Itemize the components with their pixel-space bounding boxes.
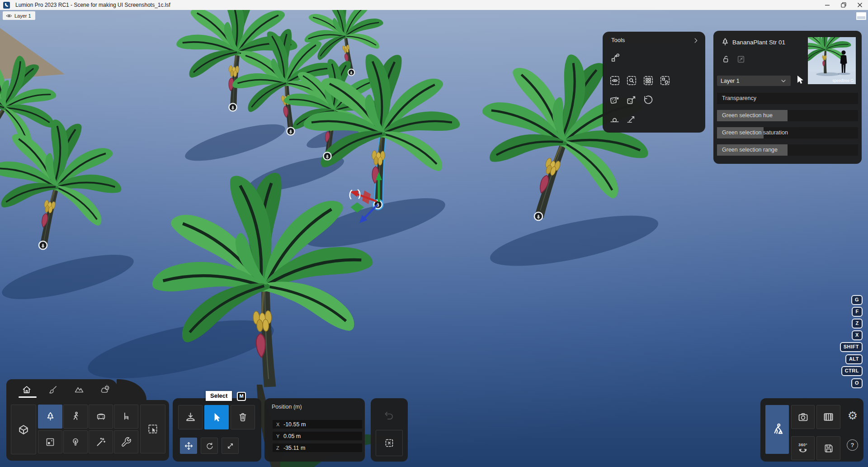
speedtree-watermark: speedtree — [832, 78, 854, 83]
object-thumbnail: speedtree — [808, 37, 856, 84]
car-icon — [95, 411, 107, 422]
layer-badge-label: Layer 1 — [14, 13, 31, 19]
question-mark: ? — [851, 442, 854, 448]
select-object-button[interactable] — [204, 405, 229, 429]
category-effects-button[interactable] — [89, 430, 113, 453]
minimize-button[interactable] — [819, 0, 835, 10]
green-selection-hue-slider[interactable]: Green selection hue — [717, 110, 858, 121]
scale-icon — [226, 441, 235, 451]
category-light-button[interactable] — [63, 430, 88, 453]
selection-visibility-button[interactable] — [609, 74, 621, 86]
layer-visibility-badge[interactable]: Layer 1 — [3, 11, 35, 20]
weather-icon — [100, 384, 111, 395]
lock-open-icon — [721, 54, 731, 64]
replace-object-button[interactable] — [609, 52, 622, 64]
lumion-logo-icon — [3, 2, 10, 9]
assign-selection-button[interactable] — [795, 75, 806, 86]
reset-rotation-icon — [642, 95, 654, 106]
position-x-field[interactable]: X -10.55 m — [273, 420, 362, 429]
resize-object-button[interactable] — [735, 53, 747, 65]
position-y-field[interactable]: Y 0.05 m — [273, 432, 362, 440]
reset-rotation-button[interactable] — [642, 94, 654, 106]
settings-button[interactable]: ⚙ — [844, 407, 861, 424]
slider-label: Green selection range — [717, 144, 858, 156]
tools-collapse-button[interactable] — [692, 37, 700, 45]
shortcut-key-g: G — [851, 295, 863, 305]
tools-panel: Tools — [603, 32, 705, 133]
object-title: BananaPlant Str 01 — [732, 39, 785, 46]
layer-select[interactable]: Layer 1 — [717, 76, 791, 86]
category-utilities-button[interactable] — [114, 430, 138, 453]
position-z-field[interactable]: Z -35.11 m — [273, 443, 362, 452]
tab-landscape[interactable] — [73, 383, 85, 396]
category-character-button[interactable] — [63, 405, 88, 429]
deselect-all-button[interactable] — [376, 430, 403, 456]
delete-object-button[interactable] — [231, 405, 255, 429]
movie-mode-button[interactable] — [816, 405, 840, 429]
move-mode-button[interactable] — [180, 438, 197, 454]
shortcut-key-z: Z — [852, 319, 863, 329]
tree-icon — [720, 37, 730, 47]
panel-collapse-toggle[interactable] — [856, 12, 866, 20]
magic-wand-icon — [95, 437, 106, 448]
mass-select-button[interactable] — [140, 405, 165, 453]
decal-icon — [45, 437, 56, 448]
restore-button[interactable] — [835, 0, 852, 10]
files-save-button[interactable] — [816, 436, 840, 460]
randomize-position-icon — [626, 114, 637, 125]
tab-materials[interactable] — [47, 383, 59, 396]
dice-scale-icon — [626, 95, 637, 106]
category-decal-button[interactable] — [38, 430, 62, 453]
build-mode-button[interactable] — [765, 405, 789, 454]
rotate-icon — [205, 441, 214, 451]
save-floppy-icon — [823, 443, 835, 454]
place-object-button[interactable] — [178, 405, 203, 429]
panorama-mode-button[interactable]: 360° — [791, 436, 815, 460]
chevron-down-icon — [780, 77, 787, 85]
undo-button[interactable] — [383, 409, 396, 422]
mode-tab-bar — [6, 379, 118, 400]
slider-label: Green selection saturation — [717, 127, 858, 138]
swap-selection-icon — [659, 75, 671, 86]
randomize-scale-button[interactable] — [625, 94, 637, 106]
magnifier-selection-icon — [626, 75, 637, 86]
rotate-mode-button[interactable] — [201, 438, 218, 454]
close-button[interactable] — [852, 0, 868, 10]
place-object-icon — [184, 411, 197, 424]
build-mode-icon — [770, 422, 784, 437]
category-nature-button[interactable] — [38, 405, 62, 429]
shortcut-key-f: F — [852, 307, 863, 317]
undo-panel — [371, 398, 408, 462]
photo-mode-button[interactable] — [791, 405, 815, 429]
green-selection-saturation-slider[interactable]: Green selection saturation — [717, 127, 858, 138]
tools-panel-title: Tools — [611, 37, 625, 43]
shortcut-key-o: O — [851, 378, 863, 388]
category-furniture-button[interactable] — [114, 405, 138, 429]
green-selection-range-slider[interactable]: Green selection range — [717, 144, 858, 156]
undo-icon — [383, 410, 395, 421]
lock-object-button[interactable] — [720, 53, 731, 65]
tab-weather[interactable] — [99, 383, 112, 396]
import-model-button[interactable] — [11, 405, 36, 454]
randomize-rotation-button[interactable] — [609, 94, 621, 106]
move-icon — [184, 441, 193, 451]
person-walking-icon — [70, 411, 81, 422]
object-properties-panel: BananaPlant Str 01 Layer 1 — [713, 31, 862, 164]
place-on-ground-button[interactable] — [609, 113, 621, 125]
scale-mode-button[interactable] — [222, 438, 239, 454]
zoom-selection-button[interactable] — [625, 74, 637, 86]
randomize-position-button[interactable] — [625, 113, 637, 125]
chevron-right-icon — [692, 37, 700, 45]
shortcut-key-shift: SHIFT — [840, 342, 863, 352]
help-button[interactable]: ? — [847, 439, 858, 451]
select-similar-button[interactable] — [642, 74, 654, 86]
category-transport-button[interactable] — [89, 405, 113, 429]
layer-select-value: Layer 1 — [721, 78, 740, 84]
swap-selection-button[interactable] — [659, 74, 671, 86]
shortcut-key-x: X — [852, 330, 863, 340]
nature-tree-icon — [45, 411, 56, 422]
film-strip-icon — [822, 411, 835, 423]
chair-icon — [121, 411, 132, 422]
tab-build[interactable] — [20, 383, 33, 396]
transparency-slider[interactable]: Transparency — [717, 93, 858, 104]
